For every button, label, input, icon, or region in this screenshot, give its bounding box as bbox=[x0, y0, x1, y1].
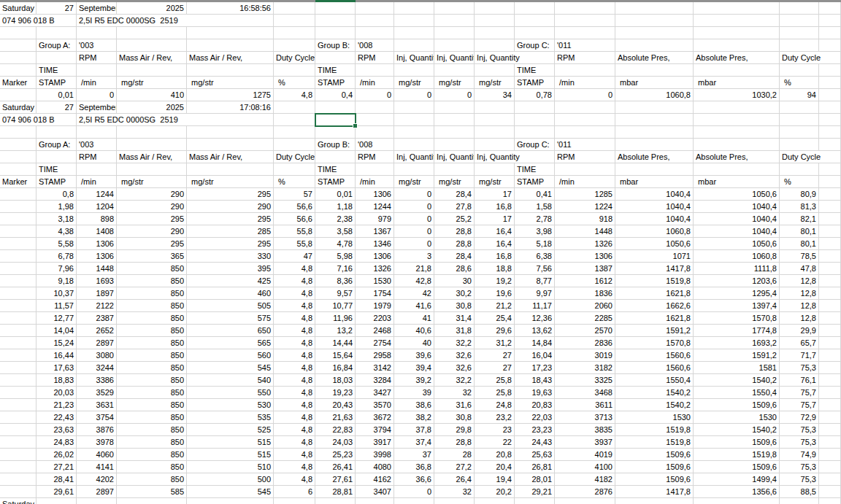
cell-A33[interactable] bbox=[0, 399, 37, 411]
cell-H13[interactable]: RPM bbox=[356, 151, 394, 163]
cell-E13[interactable]: Mass Air / Rev, bbox=[187, 151, 274, 163]
cell-K37[interactable]: 20,8 bbox=[475, 449, 515, 460]
cell-I33[interactable]: 38,6 bbox=[394, 399, 434, 411]
cell-A36[interactable] bbox=[0, 436, 37, 448]
cell-J2[interactable] bbox=[434, 15, 475, 26]
cell-D21[interactable]: 365 bbox=[117, 250, 187, 262]
cell-G18[interactable]: 2,38 bbox=[315, 213, 356, 225]
cell-L1[interactable] bbox=[515, 2, 555, 14]
cell-F38[interactable]: 4,8 bbox=[274, 461, 315, 473]
cell-E11[interactable] bbox=[187, 126, 274, 138]
cell-D18[interactable]: 295 bbox=[117, 213, 187, 225]
cell-F16[interactable]: 57 bbox=[274, 188, 315, 200]
cell-M11[interactable] bbox=[555, 126, 615, 138]
cell-H32[interactable]: 3427 bbox=[356, 387, 394, 398]
cell-E25[interactable]: 505 bbox=[187, 300, 274, 311]
cell-G22[interactable]: 7,16 bbox=[315, 263, 356, 274]
cell-B18[interactable]: 3,18 bbox=[37, 213, 77, 225]
cell-A38[interactable] bbox=[0, 461, 37, 473]
cell-M4[interactable]: '011 bbox=[555, 39, 615, 51]
cell-G26[interactable]: 11,96 bbox=[315, 312, 356, 324]
cell-G11[interactable] bbox=[315, 126, 356, 138]
cell-K3[interactable] bbox=[475, 27, 515, 39]
cell-P6[interactable] bbox=[780, 64, 819, 76]
cell-F8[interactable]: 4,8 bbox=[274, 89, 315, 101]
cell-B34[interactable]: 22,43 bbox=[37, 411, 77, 423]
cell-I26[interactable]: 41 bbox=[394, 312, 434, 324]
cell-M12[interactable]: '011 bbox=[555, 139, 615, 150]
cell-F10[interactable] bbox=[274, 114, 315, 125]
cell-L10[interactable] bbox=[515, 114, 555, 125]
cell-J28[interactable]: 32,2 bbox=[434, 337, 475, 349]
cell-O6[interactable] bbox=[694, 64, 780, 76]
cell-A29[interactable] bbox=[0, 349, 37, 361]
cell-D38[interactable]: 850 bbox=[117, 461, 187, 473]
cell-D19[interactable]: 290 bbox=[117, 225, 187, 237]
cell-C11[interactable] bbox=[77, 126, 117, 138]
cell-M1[interactable] bbox=[555, 2, 615, 14]
cell-G9[interactable] bbox=[315, 101, 356, 113]
cell-E24[interactable]: 460 bbox=[187, 287, 274, 299]
cell-E38[interactable]: 510 bbox=[187, 461, 274, 473]
cell-H37[interactable]: 3998 bbox=[356, 449, 394, 460]
cell-L15[interactable]: STAMP bbox=[515, 176, 555, 187]
cell-P36[interactable]: 75,3 bbox=[780, 436, 819, 448]
cell-H39[interactable]: 4162 bbox=[356, 473, 394, 485]
cell-I24[interactable]: 42 bbox=[394, 287, 434, 299]
cell-C3[interactable] bbox=[77, 27, 117, 39]
cell-H2[interactable] bbox=[356, 15, 394, 26]
cell-O12[interactable] bbox=[694, 139, 780, 150]
cell-E36[interactable]: 515 bbox=[187, 436, 274, 448]
cell-P14[interactable] bbox=[780, 163, 819, 175]
cell-E35[interactable]: 525 bbox=[187, 424, 274, 435]
cell-G13[interactable] bbox=[315, 151, 356, 163]
cell-M15[interactable]: /min bbox=[555, 176, 615, 187]
cell-I8[interactable]: 0 bbox=[394, 89, 434, 101]
cell-Q19[interactable] bbox=[819, 225, 841, 237]
cell-C26[interactable]: 2387 bbox=[77, 312, 117, 324]
cell-N12[interactable] bbox=[615, 139, 694, 150]
cell-O16[interactable]: 1050,6 bbox=[694, 188, 780, 200]
cell-P30[interactable]: 75,3 bbox=[780, 362, 819, 373]
cell-F17[interactable]: 56,6 bbox=[274, 201, 315, 212]
cell-N19[interactable]: 1060,8 bbox=[615, 225, 694, 237]
cell-M16[interactable]: 1285 bbox=[555, 188, 615, 200]
cell-H6[interactable] bbox=[356, 64, 394, 76]
cell-I19[interactable]: 0 bbox=[394, 225, 434, 237]
cell-K24[interactable]: 19,6 bbox=[475, 287, 515, 299]
cell-D5[interactable]: Mass Air / Rev, bbox=[117, 52, 187, 63]
cell-F31[interactable]: 4,8 bbox=[274, 374, 315, 386]
cell-P18[interactable]: 82,1 bbox=[780, 213, 819, 225]
cell-B40[interactable]: 29,61 bbox=[37, 486, 77, 497]
cell-B21[interactable]: 6,78 bbox=[37, 250, 77, 262]
cell-L36[interactable]: 24,43 bbox=[515, 436, 555, 448]
cell-E41[interactable] bbox=[187, 498, 274, 504]
cell-G16[interactable]: 0,01 bbox=[315, 188, 356, 200]
cell-E14[interactable] bbox=[187, 163, 274, 175]
cell-Q16[interactable] bbox=[819, 188, 841, 200]
cell-J27[interactable]: 31,8 bbox=[434, 325, 475, 336]
cell-F27[interactable]: 4,8 bbox=[274, 325, 315, 336]
cell-K9[interactable] bbox=[475, 101, 515, 113]
cell-I29[interactable]: 39,6 bbox=[394, 349, 434, 361]
cell-J41[interactable] bbox=[434, 498, 475, 504]
cell-Q10[interactable] bbox=[819, 114, 841, 125]
cell-O13[interactable]: Absolute Pres, bbox=[694, 151, 780, 163]
cell-J18[interactable]: 25,2 bbox=[434, 213, 475, 225]
cell-A16[interactable] bbox=[0, 188, 37, 200]
cell-F40[interactable]: 6 bbox=[274, 486, 315, 497]
cell-H26[interactable]: 2203 bbox=[356, 312, 394, 324]
cell-I11[interactable] bbox=[394, 126, 434, 138]
cell-C6[interactable] bbox=[77, 64, 117, 76]
cell-M25[interactable]: 2060 bbox=[555, 300, 615, 311]
cell-M27[interactable]: 2570 bbox=[555, 325, 615, 336]
cell-D11[interactable] bbox=[117, 126, 187, 138]
cell-P27[interactable]: 29,9 bbox=[780, 325, 819, 336]
cell-D35[interactable]: 850 bbox=[117, 424, 187, 435]
cell-J7[interactable]: mg/str bbox=[434, 77, 475, 88]
cell-H40[interactable]: 3407 bbox=[356, 486, 394, 497]
cell-C24[interactable]: 1897 bbox=[77, 287, 117, 299]
cell-N1[interactable] bbox=[615, 2, 694, 14]
cell-G15[interactable]: STAMP bbox=[315, 176, 356, 187]
cell-J9[interactable] bbox=[434, 101, 475, 113]
